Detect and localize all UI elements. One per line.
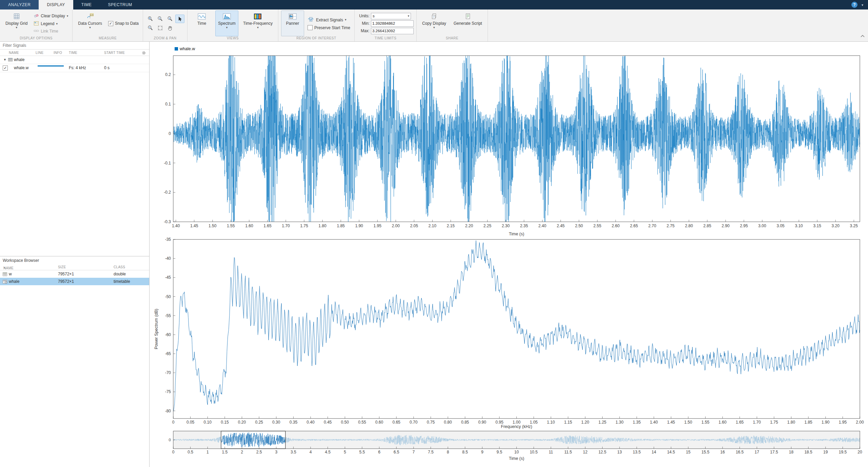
toolstrip-menu-caret-icon[interactable]: ▾ bbox=[862, 3, 863, 7]
spectrum-view-button[interactable]: Spectrum ▾ bbox=[215, 11, 238, 36]
svg-text:1.75: 1.75 bbox=[770, 420, 778, 425]
zoom-in-button[interactable] bbox=[146, 15, 155, 23]
svg-text:20: 20 bbox=[857, 450, 862, 454]
pointer-tool-button[interactable] bbox=[175, 15, 184, 23]
svg-text:-0.2: -0.2 bbox=[164, 190, 171, 195]
extract-signals-button[interactable]: Extract Signals ▾ bbox=[306, 16, 352, 23]
display-grid-button[interactable]: Display Grid ▾ bbox=[3, 11, 30, 36]
svg-text:9: 9 bbox=[481, 450, 484, 454]
tab-bar: ANALYZER DISPLAY TIME SPECTRUM ? ▾ bbox=[0, 0, 868, 9]
signal-row[interactable]: ✓ whale.w Fs: 4 kHz 0 s bbox=[0, 64, 149, 72]
svg-text:19: 19 bbox=[823, 450, 828, 454]
signal-line-color-sample[interactable] bbox=[38, 65, 64, 66]
svg-text:0.90: 0.90 bbox=[478, 420, 487, 425]
content-area: NAME LINE INFO TIME START TIME ▼ whale ✓… bbox=[0, 42, 868, 467]
var-name: whale bbox=[9, 279, 19, 284]
min-time-field[interactable] bbox=[371, 20, 414, 27]
svg-text:3.5: 3.5 bbox=[291, 450, 296, 454]
group-table-icon bbox=[8, 58, 13, 63]
preserve-start-time-row[interactable]: Preserve Start Time bbox=[306, 25, 352, 31]
svg-text:0.85: 0.85 bbox=[461, 420, 469, 425]
dropdown-caret-icon: ▾ bbox=[433, 26, 435, 29]
gear-icon[interactable] bbox=[142, 51, 146, 56]
svg-text:19.5: 19.5 bbox=[839, 450, 847, 454]
svg-text:2.30: 2.30 bbox=[502, 223, 510, 228]
data-cursors-button[interactable]: 2.5 Data Cursors ▾ bbox=[75, 11, 105, 36]
signal-checkbox[interactable]: ✓ bbox=[3, 65, 8, 71]
svg-text:11.5: 11.5 bbox=[564, 450, 572, 454]
script-icon bbox=[465, 12, 471, 20]
tree-expand-caret-icon[interactable]: ▼ bbox=[3, 58, 6, 61]
charts-canvas[interactable]: 1.401.451.501.551.601.651.701.751.801.85… bbox=[150, 42, 868, 467]
svg-text:1.65: 1.65 bbox=[263, 223, 272, 228]
var-size: 79572×1 bbox=[58, 279, 74, 284]
svg-text:2.5: 2.5 bbox=[91, 14, 93, 16]
col-name[interactable]: NAME bbox=[9, 51, 19, 55]
preserve-start-time-checkbox[interactable] bbox=[308, 25, 313, 30]
eraser-icon bbox=[34, 13, 39, 19]
ws-col-size[interactable]: SIZE bbox=[58, 265, 66, 269]
col-info[interactable]: INFO bbox=[54, 51, 62, 55]
svg-text:0.05: 0.05 bbox=[186, 420, 195, 425]
workspace-row-whale[interactable]: whale 79572×1 timetable bbox=[0, 278, 149, 285]
svg-text:12: 12 bbox=[583, 450, 588, 454]
svg-text:3: 3 bbox=[275, 450, 277, 454]
workspace-row-w[interactable]: w 79572×1 double bbox=[0, 270, 149, 278]
time-frequency-view-button[interactable]: Time-Frequency ▾ bbox=[240, 11, 275, 36]
svg-text:0.25: 0.25 bbox=[255, 420, 263, 425]
svg-text:2.40: 2.40 bbox=[538, 223, 547, 228]
clear-display-button[interactable]: Clear Display ▾ bbox=[32, 13, 70, 19]
col-line[interactable]: LINE bbox=[36, 51, 43, 55]
group-name: whale bbox=[14, 57, 24, 62]
pan-hand-button[interactable] bbox=[165, 24, 175, 32]
ws-col-class[interactable]: CLASS bbox=[114, 265, 125, 269]
col-time[interactable]: TIME bbox=[69, 51, 77, 55]
svg-text:0.40: 0.40 bbox=[307, 420, 315, 425]
section-label: ZOOM & PAN bbox=[146, 36, 184, 41]
svg-text:1.85: 1.85 bbox=[804, 420, 812, 425]
tab-analyzer[interactable]: ANALYZER bbox=[0, 0, 39, 9]
generate-script-button[interactable]: Generate Script bbox=[451, 11, 485, 36]
col-start-time[interactable]: START TIME bbox=[104, 51, 125, 55]
snap-to-data-checkbox-row[interactable]: ✓ Snap to Data bbox=[107, 21, 140, 26]
time-view-button[interactable]: Time bbox=[190, 11, 213, 36]
section-zoom-pan: x y bbox=[143, 9, 188, 41]
spectrum-view-label: Spectrum bbox=[218, 21, 235, 26]
svg-text:1.50: 1.50 bbox=[209, 223, 217, 228]
collapse-ribbon-button[interactable] bbox=[861, 33, 865, 39]
svg-text:1.95: 1.95 bbox=[839, 420, 847, 425]
dropdown-caret-icon: ▾ bbox=[345, 19, 347, 21]
tab-display[interactable]: DISPLAY bbox=[39, 0, 73, 9]
data-cursors-label: Data Cursors bbox=[78, 21, 102, 26]
tab-time[interactable]: TIME bbox=[73, 0, 100, 9]
fit-to-view-button[interactable] bbox=[156, 24, 165, 32]
signal-info: Fs: 4 kHz bbox=[69, 65, 86, 70]
filter-signals-input[interactable] bbox=[0, 42, 149, 50]
svg-text:1.55: 1.55 bbox=[702, 420, 710, 425]
tab-spectrum[interactable]: SPECTRUM bbox=[100, 0, 140, 9]
help-button[interactable]: ? bbox=[851, 2, 857, 8]
snap-to-data-checkbox[interactable]: ✓ bbox=[108, 21, 113, 26]
zoom-in-x-button[interactable]: x bbox=[156, 15, 165, 23]
snap-to-data-label: Snap to Data bbox=[115, 21, 139, 26]
panner-button[interactable]: Panner bbox=[281, 11, 304, 36]
svg-text:15: 15 bbox=[686, 450, 691, 454]
svg-text:1.80: 1.80 bbox=[318, 223, 327, 228]
copy-display-button[interactable]: Copy Display ▾ bbox=[419, 11, 449, 36]
zoom-out-button[interactable] bbox=[146, 24, 155, 32]
svg-text:4.5: 4.5 bbox=[325, 450, 331, 454]
max-time-field[interactable] bbox=[371, 28, 414, 34]
units-select[interactable]: s ▾ bbox=[371, 13, 411, 19]
zoom-in-y-button[interactable]: y bbox=[165, 15, 175, 23]
workspace-browser: Workspace Browser NAME ▲ SIZE CLASS w 79… bbox=[0, 256, 149, 467]
legend-button[interactable]: Legend ▾ bbox=[32, 21, 70, 27]
svg-text:3.05: 3.05 bbox=[776, 223, 785, 228]
svg-text:2: 2 bbox=[241, 450, 243, 454]
svg-text:0: 0 bbox=[172, 420, 175, 425]
signal-group-row[interactable]: ▼ whale bbox=[0, 56, 149, 64]
svg-text:0.80: 0.80 bbox=[444, 420, 452, 425]
signal-name: whale.w bbox=[14, 65, 28, 70]
svg-text:1.75: 1.75 bbox=[300, 223, 308, 228]
svg-text:7: 7 bbox=[412, 450, 415, 454]
svg-text:0.75: 0.75 bbox=[427, 420, 435, 425]
